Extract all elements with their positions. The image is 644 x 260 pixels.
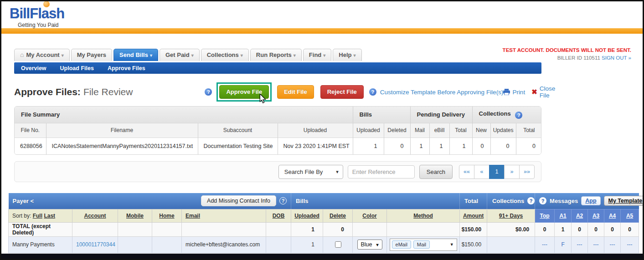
sort-account-link[interactable]: Account [84, 213, 106, 219]
sort-method-link[interactable]: Method [413, 213, 433, 219]
nav-area: TEST ACCOUNT. DOCUMENTS WILL NOT BE SENT… [1, 34, 643, 74]
help-icon[interactable]: ? [279, 197, 287, 204]
sort-a1-link[interactable]: A1 [559, 213, 566, 219]
col-uploaded: Uploaded [278, 123, 353, 138]
sort-top-link[interactable]: Top [540, 213, 550, 219]
sort-uploaded-link[interactable]: Uploaded [294, 213, 319, 219]
subnav-overview[interactable]: Overview [14, 65, 53, 71]
edit-file-button[interactable]: Edit File [277, 85, 314, 99]
help-icon[interactable]: ? [205, 88, 212, 96]
subnav-approve-files[interactable]: Approve Files [101, 65, 152, 71]
close-file-link[interactable]: ✖ Close File [531, 85, 555, 99]
sort-91days-link[interactable]: 91+ Days [499, 213, 523, 219]
chevron-down-icon: ▾ [323, 53, 325, 58]
col-bills-uploaded: Uploaded [353, 123, 384, 138]
tab-get-paid[interactable]: Get Paid▾ [160, 49, 200, 61]
file-search-bar: Search File By ▾ Search «« « 1 » »» [14, 161, 541, 182]
tab-run-reports[interactable]: Run Reports▾ [250, 49, 302, 61]
msg-top: --- [542, 241, 547, 248]
tab-find[interactable]: Find▾ [303, 49, 331, 61]
page-first-button[interactable]: «« [459, 165, 474, 179]
sort-full-link[interactable]: Full [33, 213, 42, 219]
payer-group-label[interactable]: Payer < [13, 198, 34, 204]
sort-color-link[interactable]: Color [362, 213, 376, 219]
method-multiselect[interactable]: eMail Mail ▼ [390, 239, 457, 251]
sort-home-link[interactable]: Home [159, 213, 174, 219]
subaccount-cell: Documentation Testing Site [198, 138, 278, 154]
col-file-no: File No. [15, 123, 46, 138]
sort-delete-link[interactable]: Delete [330, 213, 346, 219]
sort-last-link[interactable]: Last [44, 213, 55, 219]
method-tag-mail[interactable]: Mail [413, 240, 430, 249]
method-tag-email[interactable]: eMail [392, 240, 411, 249]
reject-file-button[interactable]: Reject File [320, 85, 364, 99]
col-updates: Updates [490, 123, 516, 138]
sort-a4-link[interactable]: A4 [609, 213, 616, 219]
bills-uploaded-cell: 1 [353, 138, 384, 154]
print-link[interactable]: Print [503, 89, 525, 96]
sort-by-cell: Sort by: Full Last [9, 209, 72, 222]
bottom-bar [1, 254, 643, 259]
page-prev-button[interactable]: « [474, 165, 489, 179]
tab-send-bills[interactable]: Send Bills▾ [113, 49, 158, 61]
billflash-logo: BillFlash Getting You Paid [10, 2, 64, 28]
chevron-down-icon: ▾ [336, 169, 339, 175]
help-icon[interactable]: ? [539, 197, 546, 204]
group-header-row: File Summary Bills Pending Delivery Coll… [15, 107, 541, 123]
total-uploaded: 1 [291, 222, 323, 236]
mobile-cell [118, 236, 152, 253]
msg-a5: --- [627, 241, 633, 248]
add-missing-contact-button[interactable]: Add Missing Contact Info [201, 195, 276, 206]
delete-checkbox[interactable] [335, 241, 341, 248]
tab-my-payers[interactable]: My Payers [71, 49, 112, 61]
main-content: Approve Files:File Review ? Approve File… [14, 82, 541, 182]
home-cell [152, 236, 182, 253]
col-total-cell: 0 [516, 138, 541, 154]
help-icon[interactable]: ? [527, 197, 535, 204]
sub-nav: Overview Upload Files Approve Files [14, 62, 541, 74]
toolbar: Approve Files:File Review ? Approve File… [14, 82, 541, 102]
tab-collections[interactable]: Collections▾ [201, 49, 249, 61]
orange-accent-bar [1, 28, 643, 34]
sort-a2-link[interactable]: A2 [576, 213, 583, 219]
home-icon: ⌂ [20, 51, 24, 58]
account-block: TEST ACCOUNT. DOCUMENTS WILL NOT BE SENT… [503, 47, 631, 61]
app-button[interactable]: App [581, 196, 600, 205]
page-last-button[interactable]: »» [519, 165, 535, 179]
file-summary-table: File Summary Bills Pending Delivery Coll… [15, 107, 541, 154]
sort-a3-link[interactable]: A3 [592, 213, 599, 219]
uploaded-cell: Nov 23 2020 1:41PM EST [278, 138, 353, 154]
my-template-button[interactable]: My Template [604, 196, 644, 206]
sort-email-link[interactable]: Email [185, 213, 200, 219]
tab-help[interactable]: Help▾ [333, 49, 361, 61]
logo-tagline: Getting You Paid [18, 22, 64, 28]
dob-cell [266, 236, 291, 253]
sign-out-link[interactable]: SIGN OUT » [602, 55, 631, 61]
printer-icon [503, 89, 510, 95]
mail-cell: 1 [410, 138, 429, 154]
sort-dob-link[interactable]: DOB [273, 213, 285, 219]
payer-91days [487, 236, 535, 253]
logo-ball-icon [43, 1, 50, 7]
app-window: BillFlash Getting You Paid TEST ACCOUNT.… [0, 0, 644, 260]
search-button[interactable]: Search [419, 165, 453, 179]
col-subaccount: Subaccount [198, 123, 278, 138]
customize-template-link[interactable]: Customize Template Before Approving File… [380, 89, 504, 96]
msg-a3: --- [593, 241, 599, 248]
sort-a5-link[interactable]: A5 [626, 213, 633, 219]
help-icon[interactable]: ? [369, 88, 376, 96]
account-link[interactable]: 1000011770344 [76, 241, 115, 248]
sort-amount-link[interactable]: Amount [463, 213, 484, 219]
subnav-upload-files[interactable]: Upload Files [53, 65, 101, 71]
reference-input[interactable] [348, 165, 415, 178]
search-file-by-select[interactable]: Search File By ▾ [278, 165, 343, 179]
col-updates-cell: 0 [490, 138, 516, 154]
help-icon[interactable]: ? [515, 112, 522, 119]
color-select[interactable]: Blue ▾ [357, 240, 382, 250]
col-new: New [472, 123, 490, 138]
page-current[interactable]: 1 [489, 165, 505, 179]
approve-highlight-box: Approve File [216, 82, 272, 102]
page-next-button[interactable]: » [504, 165, 520, 179]
sort-mobile-link[interactable]: Mobile [126, 213, 144, 219]
tab-my-account[interactable]: ⌂My Account▾ [14, 49, 70, 61]
